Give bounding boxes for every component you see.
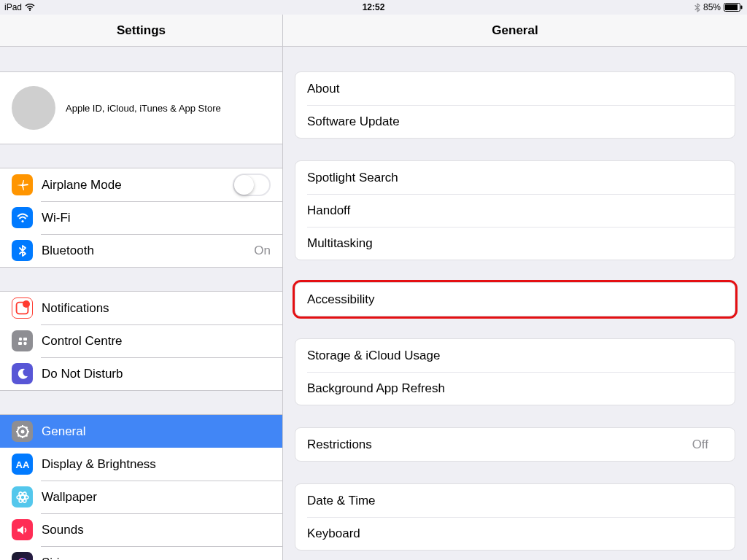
sidebar-item-siri[interactable]: Siri (0, 546, 282, 560)
detail-item-label: Software Update (307, 114, 708, 129)
settings-sidebar: Settings Apple ID, iCloud, iTunes & App … (0, 15, 283, 560)
detail-item-keyb[interactable]: Keyboard (295, 517, 735, 550)
sidebar-item-airplane-mode[interactable]: Airplane Mode (0, 168, 282, 201)
svg-rect-8 (18, 342, 22, 345)
connectivity-group: Airplane Mode Wi-Fi Bluetooth On (0, 168, 282, 268)
svg-rect-7 (23, 338, 27, 341)
detail-item-date[interactable]: Date & Time (295, 484, 735, 517)
chevron-right-icon (716, 295, 723, 305)
detail-item-value: Off (692, 438, 708, 452)
detail-pane: General AboutSoftware UpdateSpotlight Se… (283, 15, 747, 560)
wifi-icon (12, 207, 33, 228)
detail-item-label: Spotlight Search (307, 171, 708, 185)
detail-group: Spotlight SearchHandoffMultitasking (295, 160, 735, 260)
apple-id-group: Apple ID, iCloud, iTunes & App Store (0, 71, 282, 144)
chevron-right-icon (716, 440, 723, 450)
device-group: General AA Display & Brightness Wallpape… (0, 414, 282, 560)
detail-item-multi[interactable]: Multitasking (295, 227, 735, 260)
sidebar-item-wifi[interactable]: Wi-Fi (0, 201, 282, 234)
detail-group: Storage & iCloud UsageBackground App Ref… (295, 338, 735, 405)
bluetooth-value: On (254, 244, 271, 258)
sound-icon (12, 519, 33, 540)
detail-item-access[interactable]: Accessibility (295, 283, 735, 316)
wifi-status-icon (25, 4, 35, 11)
chevron-right-icon (716, 117, 723, 127)
gear-icon (12, 421, 33, 442)
battery-pct: 85% (703, 2, 721, 12)
sidebar-item-notifications[interactable]: Notifications (0, 292, 282, 324)
svg-point-9 (23, 341, 26, 344)
status-time: 12:52 (363, 2, 385, 12)
sidebar-item-do-not-disturb[interactable]: Do Not Disturb (0, 357, 282, 390)
detail-item-restr[interactable]: RestrictionsOff (295, 428, 735, 461)
sidebar-item-bluetooth[interactable]: Bluetooth On (0, 234, 282, 267)
sidebar-item-sounds[interactable]: Sounds (0, 513, 282, 546)
chevron-right-icon (716, 496, 723, 506)
detail-item-swu[interactable]: Software Update (295, 105, 735, 138)
detail-item-label: About (307, 82, 708, 96)
chevron-right-icon (716, 384, 723, 394)
sidebar-item-display-brightness[interactable]: AA Display & Brightness (0, 448, 282, 481)
siri-icon (12, 552, 33, 560)
sidebar-item-control-centre[interactable]: Control Centre (0, 324, 282, 357)
detail-item-label: Restrictions (307, 438, 692, 452)
control-centre-icon (12, 330, 33, 351)
battery-icon (724, 3, 743, 12)
device-name: iPad (4, 2, 22, 12)
chevron-right-icon (716, 529, 723, 539)
wallpaper-icon (12, 486, 33, 508)
detail-item-label: Background App Refresh (307, 381, 708, 396)
detail-item-bgapp[interactable]: Background App Refresh (295, 372, 735, 405)
detail-group: AboutSoftware Update (295, 71, 735, 139)
sidebar-title: Settings (0, 15, 282, 47)
sidebar-item-apple-id[interactable]: Apple ID, iCloud, iTunes & App Store (0, 72, 282, 144)
chevron-right-icon (716, 84, 723, 94)
svg-rect-2 (725, 4, 738, 10)
svg-point-4 (21, 219, 23, 222)
notifications-icon (12, 298, 33, 319)
detail-title: General (283, 15, 747, 47)
airplane-icon (12, 174, 33, 195)
detail-item-about[interactable]: About (295, 72, 735, 105)
detail-group: Accessibility (295, 282, 735, 316)
svg-point-22 (17, 495, 28, 499)
detail-item-label: Accessibility (307, 292, 708, 307)
apple-id-subtitle: Apple ID, iCloud, iTunes & App Store (66, 103, 221, 114)
svg-point-6 (18, 337, 21, 340)
detail-item-label: Handoff (307, 203, 708, 218)
detail-item-label: Storage & iCloud Usage (307, 349, 708, 363)
airplane-mode-switch[interactable] (233, 174, 271, 196)
detail-item-handoff[interactable]: Handoff (295, 194, 735, 227)
chevron-right-icon (716, 238, 723, 249)
svg-point-0 (29, 9, 31, 11)
bluetooth-icon (12, 240, 33, 261)
chevron-right-icon (716, 351, 723, 361)
sidebar-item-wallpaper[interactable]: Wallpaper (0, 481, 282, 513)
aa-icon: AA (12, 454, 33, 475)
detail-item-label: Keyboard (307, 526, 708, 541)
detail-group: RestrictionsOff (295, 427, 735, 462)
svg-rect-3 (741, 6, 743, 9)
detail-item-spot[interactable]: Spotlight Search (295, 161, 735, 194)
bluetooth-status-icon (694, 3, 700, 12)
detail-item-storage[interactable]: Storage & iCloud Usage (295, 339, 735, 372)
svg-text:AA: AA (15, 459, 29, 470)
detail-group: Date & TimeKeyboard (295, 483, 735, 551)
avatar (12, 86, 55, 130)
alerts-group: Notifications Control Centre Do Not Dist… (0, 291, 282, 391)
chevron-right-icon (716, 173, 723, 183)
moon-icon (12, 363, 33, 384)
detail-item-label: Date & Time (307, 494, 708, 508)
detail-item-label: Multitasking (307, 236, 708, 251)
chevron-right-icon (716, 206, 723, 216)
svg-point-11 (20, 429, 24, 433)
sidebar-item-general[interactable]: General (0, 415, 282, 448)
status-bar: iPad 12:52 85% (0, 0, 747, 15)
